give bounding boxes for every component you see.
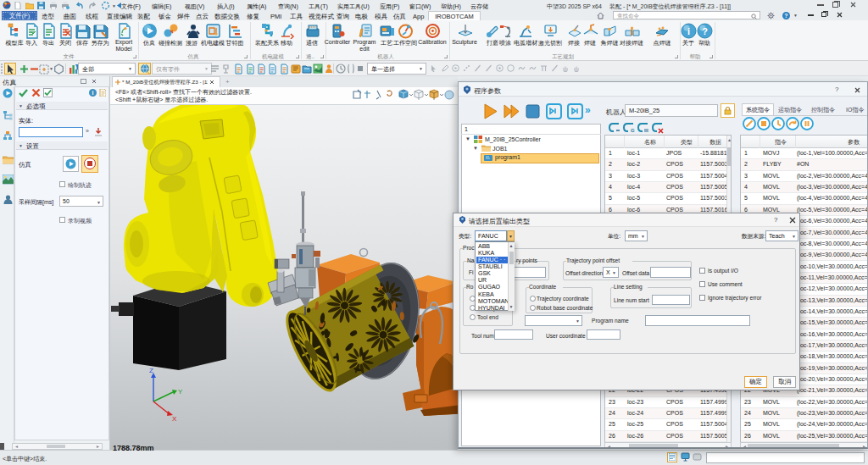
- svg-text:i: i: [687, 26, 690, 36]
- svg-text:Z: Z: [149, 367, 153, 374]
- svg-text:?: ?: [784, 13, 787, 19]
- svg-text:i: i: [92, 90, 94, 96]
- svg-text:?: ?: [702, 26, 708, 36]
- svg-text:X: X: [172, 415, 177, 423]
- svg-text:G: G: [631, 128, 635, 133]
- svg-text:Y: Y: [178, 388, 183, 396]
